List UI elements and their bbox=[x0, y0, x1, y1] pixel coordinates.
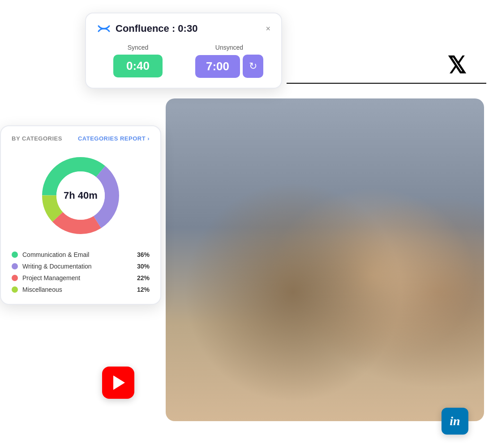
legend-label-misc: Miscellaneous bbox=[22, 286, 133, 293]
legend-label-project: Project Management bbox=[22, 274, 133, 282]
youtube-logo[interactable] bbox=[102, 367, 134, 399]
refresh-icon: ↻ bbox=[249, 60, 257, 72]
youtube-play-icon bbox=[113, 375, 125, 390]
close-button[interactable]: × bbox=[266, 24, 270, 34]
confluence-card: Confluence : 0:30 × Synced 0:40 Unsynced… bbox=[85, 13, 282, 89]
legend-dot-misc bbox=[12, 286, 18, 293]
legend-dot-writing bbox=[12, 263, 18, 269]
background-photo bbox=[166, 98, 484, 421]
donut-chart: 7h 40m bbox=[36, 151, 125, 240]
categories-header: BY CATEGORIES CATEGORIES REPORT › bbox=[12, 135, 150, 142]
legend-pct-misc: 12% bbox=[137, 286, 150, 293]
by-categories-label: BY CATEGORIES bbox=[12, 135, 62, 142]
report-arrow-icon: › bbox=[147, 135, 150, 142]
unsynced-section: Unsynced 7:00 ↻ bbox=[188, 44, 270, 78]
confluence-title-row: Confluence : 0:30 bbox=[97, 21, 197, 36]
legend-item-writing: Writing & Documentation 30% bbox=[12, 263, 150, 270]
legend: Communication & Email 36% Writing & Docu… bbox=[12, 251, 150, 293]
categories-card: BY CATEGORIES CATEGORIES REPORT › bbox=[0, 125, 161, 305]
legend-item-project: Project Management 22% bbox=[12, 274, 150, 282]
confluence-title: Confluence : 0:30 bbox=[116, 23, 197, 34]
linkedin-logo[interactable]: in bbox=[442, 408, 468, 435]
confluence-header: Confluence : 0:30 × bbox=[97, 21, 270, 36]
report-link-label: CATEGORIES REPORT bbox=[78, 135, 146, 142]
legend-pct-project: 22% bbox=[137, 274, 150, 282]
synced-section: Synced 0:40 bbox=[97, 44, 179, 77]
x-divider bbox=[287, 83, 486, 84]
confluence-body: Synced 0:40 Unsynced 7:00 ↻ bbox=[97, 44, 270, 78]
categories-report-link[interactable]: CATEGORIES REPORT › bbox=[78, 135, 150, 142]
unsynced-row: 7:00 ↻ bbox=[195, 55, 263, 78]
legend-dot-project bbox=[12, 275, 18, 281]
legend-pct-communication: 36% bbox=[137, 251, 150, 258]
synced-label: Synced bbox=[128, 44, 149, 51]
confluence-icon bbox=[97, 21, 111, 36]
linkedin-in-label: in bbox=[450, 414, 460, 428]
x-twitter-logo: 𝕏 bbox=[447, 54, 466, 77]
legend-pct-writing: 30% bbox=[137, 263, 150, 270]
refresh-button[interactable]: ↻ bbox=[243, 55, 263, 78]
legend-label-writing: Writing & Documentation bbox=[22, 263, 133, 270]
legend-dot-communication bbox=[12, 252, 18, 258]
donut-chart-container: 7h 40m bbox=[12, 151, 150, 240]
synced-value: 0:40 bbox=[113, 55, 163, 77]
unsynced-value: 7:00 bbox=[195, 55, 240, 78]
legend-item-misc: Miscellaneous 12% bbox=[12, 286, 150, 293]
legend-item-communication: Communication & Email 36% bbox=[12, 251, 150, 258]
unsynced-label: Unsynced bbox=[215, 44, 243, 51]
donut-center-label: 7h 40m bbox=[64, 190, 98, 201]
legend-label-communication: Communication & Email bbox=[22, 251, 133, 258]
